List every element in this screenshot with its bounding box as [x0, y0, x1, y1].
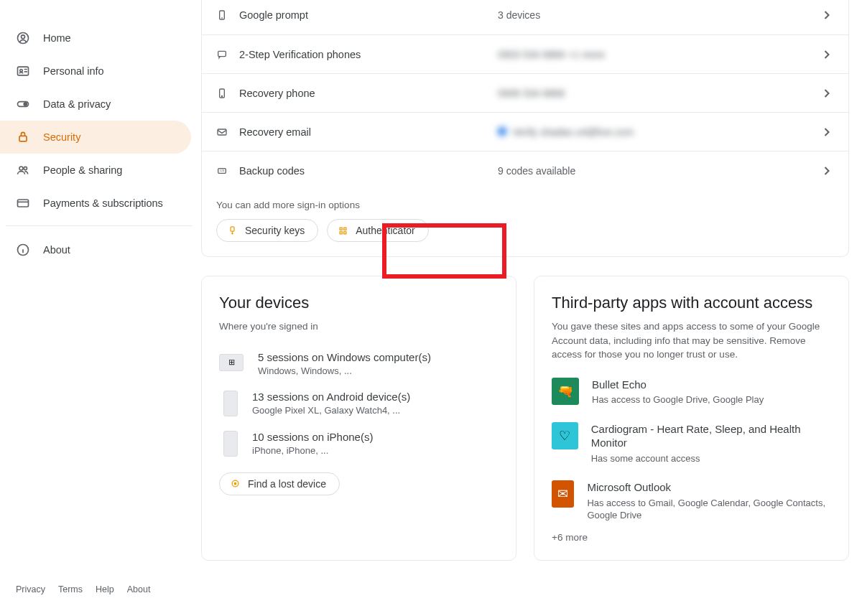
svg-rect-20 — [344, 228, 346, 230]
device-sub: Windows, Windows, ... — [258, 365, 431, 376]
card-subtitle: Where you're signed in — [202, 315, 516, 344]
nav-label: About — [43, 244, 70, 256]
device-title: 5 sessions on Windows computer(s) — [258, 351, 431, 363]
code-icon: 123 — [216, 165, 239, 177]
nav-about[interactable]: About — [0, 233, 191, 266]
card-title: Third-party apps with account access — [552, 294, 831, 312]
sidebar: Home Personal info Data & privacy Securi… — [0, 0, 201, 616]
device-sub: iPhone, iPhone, ... — [252, 445, 373, 456]
footer-about[interactable]: About — [127, 584, 151, 594]
card-header: Your devices — [202, 276, 516, 315]
row-label: Google prompt — [239, 9, 498, 21]
svg-rect-19 — [340, 228, 342, 230]
target-icon — [230, 478, 241, 489]
nav-payments[interactable]: Payments & subscriptions — [0, 187, 191, 220]
app-title: Cardiogram - Heart Rate, Sleep, and Heal… — [591, 422, 831, 450]
nav-label: Data & privacy — [43, 98, 111, 110]
card-header: Third-party apps with account access — [534, 276, 848, 315]
phone-outline-icon — [216, 88, 239, 99]
svg-point-24 — [234, 482, 236, 485]
nav-home[interactable]: Home — [0, 22, 191, 55]
add-options-hint: You can add more sign-in options — [202, 190, 848, 219]
chip-label: Authenticator — [356, 225, 415, 236]
svg-point-5 — [24, 103, 27, 106]
authenticator-icon — [338, 225, 348, 236]
device-row-windows[interactable]: ⊞ 5 sessions on Windows computer(s) Wind… — [202, 344, 516, 383]
app-title: Microsoft Outlook — [587, 480, 831, 495]
row-value: 9 codes available — [498, 165, 820, 177]
card-subtitle: You gave these sites and apps access to … — [534, 315, 848, 372]
svg-text:123: 123 — [220, 169, 225, 172]
nav-personal-info[interactable]: Personal info — [0, 55, 191, 88]
app-icon: 🔫 — [552, 378, 579, 405]
device-row-iphone[interactable]: 10 sessions on iPhone(s) iPhone, iPhone,… — [202, 424, 516, 464]
device-sub: Google Pixel XL, Galaxy Watch4, ... — [252, 405, 410, 416]
footer-links: Privacy Terms Help About — [0, 584, 201, 616]
footer-privacy[interactable]: Privacy — [16, 584, 45, 594]
row-2sv-phones[interactable]: 2-Step Verification phones 0903 534 6866… — [202, 34, 848, 73]
app-sub: Has some account access — [591, 452, 831, 465]
footer-help[interactable]: Help — [96, 584, 114, 594]
app-icon: ♡ — [552, 422, 578, 449]
nav-list: Home Personal info Data & privacy Securi… — [0, 22, 201, 584]
lock-icon — [16, 130, 30, 144]
app-icon: ✉ — [552, 480, 574, 508]
row-value: Verify shadan.s4@live.com — [498, 126, 820, 138]
card-icon — [16, 196, 30, 210]
nav-security[interactable]: Security — [0, 121, 191, 154]
row-recovery-phone[interactable]: Recovery phone 0906 534 6866 — [202, 73, 848, 112]
row-value: 0906 534 6866 — [498, 88, 820, 99]
android-phone-icon — [223, 391, 238, 416]
nav-label: Payments & subscriptions — [43, 197, 163, 209]
row-label: Backup codes — [239, 165, 498, 177]
svg-rect-15 — [218, 129, 226, 135]
row-value: 0903 534 6866 +1 more — [498, 49, 820, 60]
toggle-icon — [16, 97, 30, 111]
app-row-outlook[interactable]: ✉ Microsoft Outlook Has access to Gmail,… — [534, 475, 848, 532]
third-party-card: Third-party apps with account access You… — [534, 276, 849, 561]
app-row-bullet-echo[interactable]: 🔫 Bullet Echo Has access to Google Drive… — [534, 372, 848, 416]
row-backup-codes[interactable]: 123 Backup codes 9 codes available — [202, 151, 848, 190]
row-recovery-email[interactable]: Recovery email Verify shadan.s4@live.com — [202, 112, 848, 151]
mail-icon — [216, 126, 239, 138]
svg-point-3 — [20, 70, 22, 72]
chip-security-keys[interactable]: Security keys — [216, 219, 318, 242]
row-label: Recovery phone — [239, 88, 498, 99]
signin-options-card: Google prompt 3 devices 2-Step Verificat… — [201, 0, 849, 257]
nav-label: Home — [43, 32, 71, 44]
row-label: 2-Step Verification phones — [239, 49, 498, 60]
svg-rect-22 — [344, 231, 346, 233]
windows-icon: ⊞ — [219, 354, 244, 371]
chip-find-device[interactable]: Find a lost device — [219, 472, 340, 495]
svg-point-8 — [24, 167, 27, 169]
svg-rect-18 — [231, 226, 234, 230]
card-title: Your devices — [219, 294, 499, 312]
nav-label: Security — [43, 131, 80, 143]
nav-people-sharing[interactable]: People & sharing — [0, 154, 191, 187]
app-row-cardiogram[interactable]: ♡ Cardiogram - Heart Rate, Sleep, and He… — [534, 416, 848, 475]
phone-icon — [216, 9, 239, 21]
svg-point-7 — [19, 167, 23, 170]
nav-divider — [6, 225, 193, 226]
app-sub: Has access to Google Drive, Google Play — [592, 393, 764, 406]
people-icon — [16, 163, 30, 177]
chevron-right-icon — [820, 47, 834, 62]
svg-rect-12 — [218, 51, 226, 56]
more-apps-link[interactable]: +6 more — [534, 532, 848, 560]
main: Google prompt 3 devices 2-Step Verificat… — [201, 0, 862, 616]
svg-point-1 — [22, 35, 25, 39]
svg-point-14 — [221, 95, 222, 96]
chevron-right-icon — [820, 164, 834, 178]
row-value: 3 devices — [498, 9, 820, 21]
iphone-icon — [223, 431, 238, 457]
nav-data-privacy[interactable]: Data & privacy — [0, 88, 191, 121]
chip-authenticator[interactable]: Authenticator — [327, 219, 429, 242]
chevron-right-icon — [820, 8, 834, 22]
row-google-prompt[interactable]: Google prompt 3 devices — [202, 0, 848, 34]
row-label: Recovery email — [239, 126, 498, 138]
chevron-right-icon — [820, 86, 834, 101]
nav-label: Personal info — [43, 65, 104, 77]
device-row-android[interactable]: 13 sessions on Android device(s) Google … — [202, 383, 516, 424]
chip-row: Security keys Authenticator — [202, 219, 848, 242]
footer-terms[interactable]: Terms — [58, 584, 83, 594]
